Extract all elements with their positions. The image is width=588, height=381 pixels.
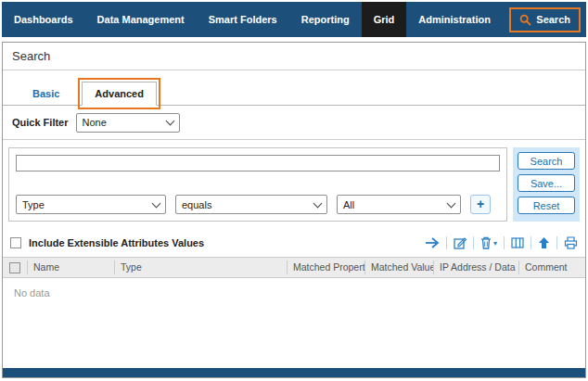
search-button[interactable]: Search bbox=[518, 152, 575, 170]
empty-state-text: No data bbox=[14, 287, 50, 298]
filter-value-select[interactable]: All bbox=[337, 195, 461, 214]
search-query-input[interactable] bbox=[16, 155, 500, 171]
delete-icon[interactable]: ▾ bbox=[480, 236, 497, 249]
nav-search-button[interactable]: Search bbox=[511, 9, 579, 31]
toolbar-separator bbox=[530, 236, 531, 249]
include-ea-checkbox[interactable] bbox=[10, 237, 21, 248]
quick-filter-label: Quick Filter bbox=[12, 117, 69, 128]
delete-caret-icon[interactable]: ▾ bbox=[493, 239, 497, 248]
toolbar-separator bbox=[504, 236, 505, 249]
chevron-down-icon bbox=[313, 198, 323, 208]
export-icon[interactable] bbox=[538, 236, 550, 249]
nav-item-administration[interactable]: Administration bbox=[406, 2, 503, 37]
toolbar-separator bbox=[556, 236, 557, 249]
results-table-body: No data bbox=[3, 278, 585, 368]
toolbar-separator bbox=[446, 236, 447, 249]
go-icon[interactable] bbox=[425, 236, 440, 249]
print-icon[interactable] bbox=[564, 236, 578, 249]
select-all-checkbox[interactable] bbox=[9, 262, 20, 273]
criteria-builder: Type equals All + bbox=[8, 147, 507, 222]
column-header-matched-value[interactable]: Matched Value bbox=[365, 260, 434, 274]
search-icon bbox=[519, 14, 531, 26]
bottom-status-bar bbox=[3, 368, 585, 377]
reset-button[interactable]: Reset bbox=[518, 197, 575, 214]
chevron-down-icon bbox=[152, 198, 161, 208]
chevron-down-icon bbox=[165, 117, 174, 126]
add-filter-button[interactable]: + bbox=[470, 195, 491, 214]
nav-item-reporting[interactable]: Reporting bbox=[289, 2, 362, 37]
include-ea-label: Include Extensible Attributes Values bbox=[29, 237, 204, 248]
column-header-type[interactable]: Type bbox=[115, 260, 288, 274]
nav-search-label: Search bbox=[536, 14, 570, 25]
results-table-header: Name Type Matched Property Matched Value… bbox=[3, 257, 585, 278]
search-panel: Search Basic Advanced Quick Filter None … bbox=[2, 42, 586, 378]
column-header-matched-property[interactable]: Matched Property bbox=[288, 260, 365, 274]
column-header-comment[interactable]: Comment bbox=[519, 260, 585, 274]
column-header-ip-address-data[interactable]: IP Address / Data bbox=[434, 260, 519, 274]
nav-item-grid[interactable]: Grid bbox=[362, 2, 407, 37]
top-navbar: Dashboards Data Management Smart Folders… bbox=[2, 2, 586, 37]
action-button-panel: Search Save... Reset bbox=[513, 147, 580, 222]
filter-operator-select[interactable]: equals bbox=[175, 195, 327, 214]
filter-row: Type equals All + bbox=[16, 195, 500, 214]
tab-bar: Basic Advanced bbox=[3, 70, 585, 106]
options-row: Include Extensible Attributes Values bbox=[3, 229, 585, 254]
filter-field-select[interactable]: Type bbox=[16, 195, 166, 214]
filter-field-value: Type bbox=[22, 199, 45, 210]
edit-icon[interactable] bbox=[454, 236, 467, 249]
toolbar-separator bbox=[473, 236, 474, 249]
nav-item-smart-folders[interactable]: Smart Folders bbox=[197, 2, 289, 37]
quick-filter-value: None bbox=[83, 117, 107, 128]
results-toolbar: ▾ bbox=[425, 236, 578, 249]
tab-basic[interactable]: Basic bbox=[29, 83, 63, 105]
columns-icon[interactable] bbox=[511, 237, 524, 248]
quick-filter-select[interactable]: None bbox=[76, 113, 180, 133]
filter-value-value: All bbox=[343, 199, 354, 210]
save-button[interactable]: Save... bbox=[518, 174, 575, 192]
nav-item-data-management[interactable]: Data Management bbox=[85, 2, 197, 37]
page-title: Search bbox=[3, 43, 585, 70]
column-header-name[interactable]: Name bbox=[28, 260, 115, 274]
quick-filter-row: Quick Filter None bbox=[3, 106, 585, 140]
chevron-down-icon bbox=[447, 198, 456, 208]
tab-advanced[interactable]: Advanced bbox=[82, 82, 157, 106]
criteria-area: Type equals All + Search Save... bbox=[3, 140, 585, 229]
nav-item-dashboards[interactable]: Dashboards bbox=[2, 2, 85, 37]
app-window: Dashboards Data Management Smart Folders… bbox=[0, 0, 588, 381]
filter-operator-value: equals bbox=[182, 199, 211, 210]
